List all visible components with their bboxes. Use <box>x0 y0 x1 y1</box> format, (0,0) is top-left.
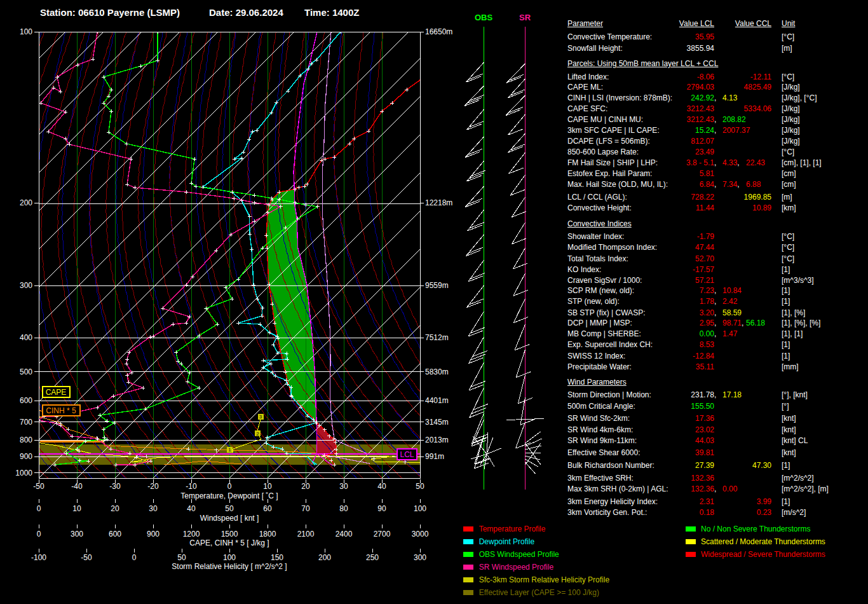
svg-text:1800: 1800 <box>259 530 276 539</box>
svg-text:200: 200 <box>318 553 331 562</box>
svg-text:2700: 2700 <box>374 530 391 539</box>
svg-text:250: 250 <box>366 553 379 562</box>
svg-text:Storm Relative Helicity [ m^2: Storm Relative Helicity [ m^2/s^2 ] <box>172 562 287 571</box>
svg-text:CAPE, CINH * 5 [ J/kg ]: CAPE, CINH * 5 [ J/kg ] <box>189 539 269 547</box>
svg-text:300: 300 <box>414 553 426 562</box>
svg-text:900: 900 <box>147 530 159 539</box>
svg-text:-100: -100 <box>31 553 46 562</box>
svg-text:100: 100 <box>223 553 236 562</box>
svg-text:2100: 2100 <box>297 530 315 539</box>
svg-text:0: 0 <box>132 553 137 562</box>
svg-text:1200: 1200 <box>183 530 200 539</box>
svg-text:1500: 1500 <box>221 530 238 539</box>
svg-text:2400: 2400 <box>336 530 353 539</box>
svg-text:3000: 3000 <box>412 530 429 539</box>
svg-text:-50: -50 <box>81 553 92 562</box>
svg-text:50: 50 <box>177 553 186 562</box>
svg-text:0: 0 <box>37 530 41 539</box>
svg-text:150: 150 <box>271 553 283 562</box>
svg-text:600: 600 <box>109 530 121 539</box>
svg-text:300: 300 <box>71 530 83 539</box>
